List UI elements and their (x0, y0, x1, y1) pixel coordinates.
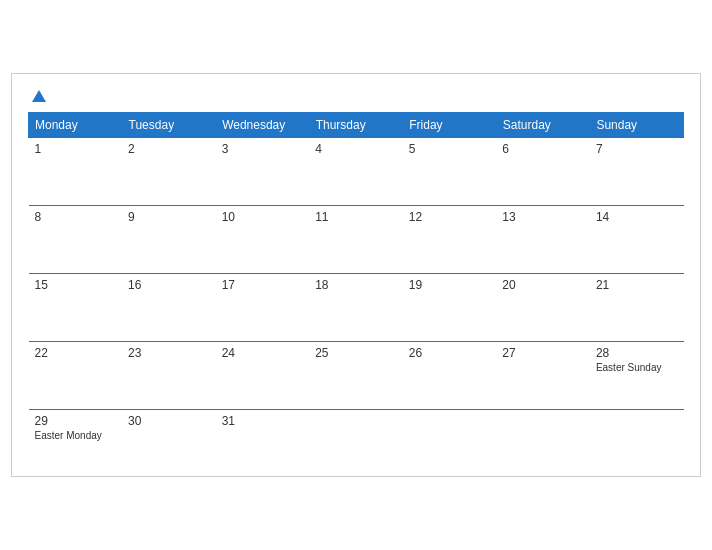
calendar-cell: 12 (403, 206, 497, 274)
calendar-cell: 24 (216, 342, 310, 410)
day-number: 16 (128, 278, 210, 292)
day-number: 21 (596, 278, 678, 292)
day-number: 30 (128, 414, 210, 428)
day-number: 6 (502, 142, 584, 156)
day-number: 19 (409, 278, 491, 292)
day-number: 20 (502, 278, 584, 292)
calendar-cell: 23 (122, 342, 216, 410)
calendar-cell: 9 (122, 206, 216, 274)
day-event: Easter Monday (35, 430, 117, 441)
calendar-cell: 19 (403, 274, 497, 342)
day-number: 22 (35, 346, 117, 360)
day-number: 24 (222, 346, 304, 360)
day-number: 14 (596, 210, 678, 224)
day-number: 7 (596, 142, 678, 156)
calendar-cell: 21 (590, 274, 684, 342)
calendar-cell: 26 (403, 342, 497, 410)
day-number: 26 (409, 346, 491, 360)
calendar-cell: 17 (216, 274, 310, 342)
calendar-cell: 4 (309, 138, 403, 206)
day-number: 5 (409, 142, 491, 156)
col-header-sunday: Sunday (590, 113, 684, 138)
calendar-cell (590, 410, 684, 464)
calendar-cell: 1 (29, 138, 123, 206)
calendar-grid: MondayTuesdayWednesdayThursdayFridaySatu… (28, 112, 684, 464)
week-row-1: 1234567 (29, 138, 684, 206)
calendar-cell: 14 (590, 206, 684, 274)
day-number: 8 (35, 210, 117, 224)
day-number: 12 (409, 210, 491, 224)
col-header-tuesday: Tuesday (122, 113, 216, 138)
calendar-cell: 7 (590, 138, 684, 206)
day-number: 1 (35, 142, 117, 156)
calendar-cell: 6 (496, 138, 590, 206)
calendar-cell: 18 (309, 274, 403, 342)
day-number: 25 (315, 346, 397, 360)
day-number: 28 (596, 346, 678, 360)
calendar-cell: 15 (29, 274, 123, 342)
day-number: 27 (502, 346, 584, 360)
col-header-thursday: Thursday (309, 113, 403, 138)
col-header-saturday: Saturday (496, 113, 590, 138)
calendar-cell (309, 410, 403, 464)
day-number: 10 (222, 210, 304, 224)
calendar-cell: 27 (496, 342, 590, 410)
day-number: 11 (315, 210, 397, 224)
calendar-header-row: MondayTuesdayWednesdayThursdayFridaySatu… (29, 113, 684, 138)
day-number: 3 (222, 142, 304, 156)
calendar-cell: 13 (496, 206, 590, 274)
calendar-cell: 29Easter Monday (29, 410, 123, 464)
calendar-cell (496, 410, 590, 464)
day-number: 18 (315, 278, 397, 292)
day-number: 15 (35, 278, 117, 292)
day-number: 9 (128, 210, 210, 224)
calendar-cell: 2 (122, 138, 216, 206)
day-number: 17 (222, 278, 304, 292)
calendar-cell: 25 (309, 342, 403, 410)
day-number: 2 (128, 142, 210, 156)
logo-triangle-icon (32, 90, 46, 102)
day-number: 23 (128, 346, 210, 360)
week-row-2: 891011121314 (29, 206, 684, 274)
week-row-4: 22232425262728Easter Sunday (29, 342, 684, 410)
col-header-friday: Friday (403, 113, 497, 138)
calendar-cell: 8 (29, 206, 123, 274)
calendar-cell: 31 (216, 410, 310, 464)
col-header-monday: Monday (29, 113, 123, 138)
day-number: 4 (315, 142, 397, 156)
week-row-3: 15161718192021 (29, 274, 684, 342)
day-event: Easter Sunday (596, 362, 678, 373)
day-number: 31 (222, 414, 304, 428)
calendar-cell: 30 (122, 410, 216, 464)
calendar-cell: 5 (403, 138, 497, 206)
col-header-wednesday: Wednesday (216, 113, 310, 138)
week-row-5: 29Easter Monday3031 (29, 410, 684, 464)
calendar-cell: 22 (29, 342, 123, 410)
calendar-container: MondayTuesdayWednesdayThursdayFridaySatu… (11, 73, 701, 477)
calendar-cell: 20 (496, 274, 590, 342)
calendar-body: 1234567891011121314151617181920212223242… (29, 138, 684, 464)
calendar-cell (403, 410, 497, 464)
logo-blue-text (28, 90, 46, 102)
calendar-cell: 28Easter Sunday (590, 342, 684, 410)
logo (28, 90, 46, 102)
calendar-cell: 10 (216, 206, 310, 274)
day-number: 13 (502, 210, 584, 224)
calendar-header (28, 90, 684, 102)
calendar-cell: 11 (309, 206, 403, 274)
calendar-cell: 16 (122, 274, 216, 342)
calendar-cell: 3 (216, 138, 310, 206)
day-number: 29 (35, 414, 117, 428)
